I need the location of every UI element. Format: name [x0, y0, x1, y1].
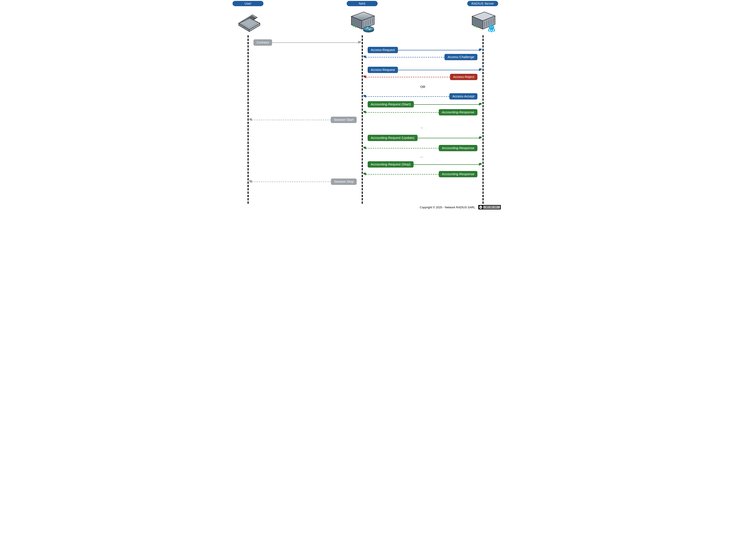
- cc-license-text: BY-NC-SA: [483, 206, 500, 209]
- msg-acct-req-stop: Accounting-Request (Stop): [367, 161, 413, 167]
- arrow-acct-req-start: [414, 104, 481, 105]
- actor-header-radius: RADIUS Server: [467, 1, 498, 6]
- svg-point-0: [353, 25, 354, 27]
- arrowhead-connect: [358, 41, 361, 44]
- arrow-access-request-2: [398, 70, 481, 70]
- arrow-connect: [272, 42, 361, 43]
- arrow-acct-resp-2: [364, 148, 439, 148]
- msg-acct-resp-1: Accounting-Response: [439, 109, 477, 115]
- msg-access-request-2: Access-Request: [367, 67, 398, 73]
- arrow-session-stop: [250, 182, 331, 182]
- svg-point-1: [355, 26, 357, 28]
- arrowhead-access-request-2: [479, 68, 481, 71]
- arrow-access-reject: [364, 77, 450, 77]
- arrow-access-accept: [364, 96, 449, 97]
- arrowhead-session-stop: [249, 180, 252, 183]
- arrowhead-acct-resp-1: [364, 111, 366, 114]
- arrow-access-request-1: [398, 50, 481, 50]
- svg-point-18: [490, 27, 491, 27]
- svg-point-7: [363, 28, 374, 32]
- copyright-text: Copyright © 2020 - Network RADIUS SARL: [420, 206, 475, 209]
- msg-access-reject: Access-Reject: [450, 74, 477, 80]
- arrowhead-session-start: [249, 118, 252, 121]
- svg-point-20: [492, 27, 493, 27]
- arrowhead-acct-req-stop: [479, 163, 481, 166]
- ellipsis-text: ...: [420, 154, 423, 158]
- arrow-acct-resp-1: [364, 112, 439, 113]
- msg-access-challenge: Access-Challenge: [444, 54, 477, 60]
- actor-header-user: User: [233, 1, 264, 6]
- arrowhead-access-request-1: [479, 49, 481, 51]
- arrow-acct-req-stop: [413, 164, 481, 165]
- svg-point-16: [489, 25, 494, 30]
- lifeline-radius: [482, 35, 483, 204]
- arrow-access-challenge: [364, 57, 444, 57]
- msg-access-accept: Access-Accept: [449, 93, 477, 99]
- arrowhead-acct-resp-2: [364, 147, 366, 149]
- arrow-acct-req-update: [417, 138, 481, 138]
- laptop-icon: [235, 7, 261, 34]
- svg-point-17: [490, 27, 491, 28]
- arrow-acct-resp-3: [364, 174, 439, 175]
- server-router-icon: [349, 7, 375, 34]
- arrowhead-access-accept: [364, 95, 366, 98]
- msg-session-start: Session Start: [331, 117, 357, 123]
- msg-connect: Connect: [254, 39, 272, 46]
- lifeline-user: [248, 35, 249, 204]
- sequence-diagram-stage: User NAS RADIUS Server: [229, 0, 505, 210]
- actor-header-nas: NAS: [347, 1, 377, 6]
- lifeline-nas: [362, 35, 363, 204]
- msg-acct-req-update: Accounting-Request (Update): [367, 135, 417, 141]
- arrowhead-access-challenge: [364, 56, 366, 58]
- svg-point-10: [476, 26, 477, 28]
- arrowhead-acct-req-update: [479, 137, 481, 139]
- svg-point-9: [474, 25, 475, 27]
- arrowhead-acct-resp-3: [364, 173, 366, 175]
- ellipsis-text: ...: [420, 125, 423, 129]
- msg-access-request-1: Access-Request: [367, 47, 398, 53]
- or-text: OR: [420, 85, 425, 89]
- msg-acct-resp-3: Accounting-Response: [439, 171, 477, 177]
- msg-session-stop: Session Stop: [331, 178, 357, 185]
- svg-point-8: [363, 27, 374, 31]
- arrow-session-start: [250, 120, 331, 120]
- msg-acct-resp-2: Accounting-Response: [439, 145, 477, 151]
- cc-license-badge: cc BY-NC-SA: [478, 205, 501, 209]
- svg-point-19: [492, 27, 493, 28]
- server-octopus-icon: [470, 7, 496, 34]
- arrowhead-access-reject: [364, 76, 366, 78]
- arrowhead-acct-req-start: [479, 103, 481, 106]
- msg-acct-req-start: Accounting-Request (Start): [367, 101, 414, 107]
